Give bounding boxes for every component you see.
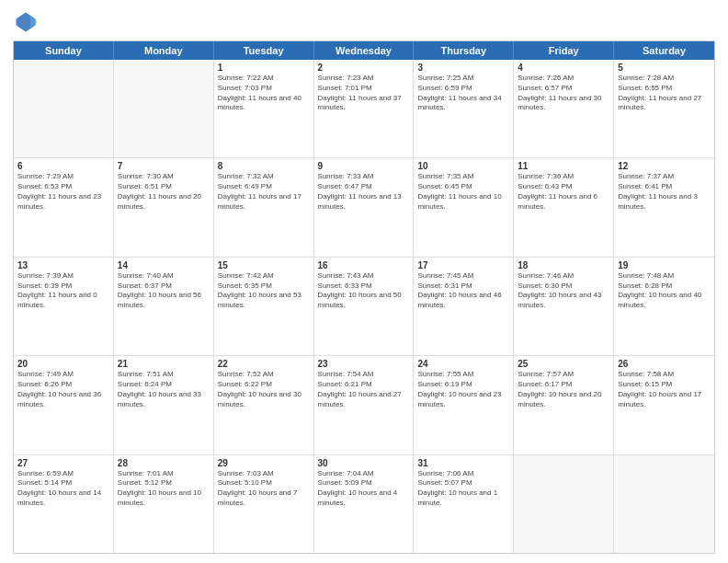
day-number: 13 xyxy=(17,260,109,270)
calendar-cell: 14Sunrise: 7:40 AMSunset: 6:37 PMDayligh… xyxy=(114,258,214,355)
calendar-cell: 16Sunrise: 7:43 AMSunset: 6:33 PMDayligh… xyxy=(314,258,415,355)
calendar-cell xyxy=(514,455,614,553)
cell-text: Sunrise: 7:39 AMSunset: 6:39 PMDaylight:… xyxy=(17,271,109,311)
svg-marker-1 xyxy=(30,16,37,29)
calendar-cell: 4Sunrise: 7:26 AMSunset: 6:57 PMDaylight… xyxy=(514,60,614,157)
cell-text: Sunrise: 7:45 AMSunset: 6:31 PMDaylight:… xyxy=(417,271,509,311)
calendar-cell: 3Sunrise: 7:25 AMSunset: 6:59 PMDaylight… xyxy=(414,60,514,157)
day-number: 6 xyxy=(17,161,109,171)
header-day-sunday: Sunday xyxy=(14,41,114,60)
cell-text: Sunrise: 6:59 AMSunset: 5:14 PMDaylight:… xyxy=(17,469,109,509)
calendar-cell: 2Sunrise: 7:23 AMSunset: 7:01 PMDaylight… xyxy=(314,60,415,157)
calendar-cell: 10Sunrise: 7:35 AMSunset: 6:45 PMDayligh… xyxy=(414,158,514,256)
cell-text: Sunrise: 7:25 AMSunset: 6:59 PMDaylight:… xyxy=(417,74,509,113)
day-number: 17 xyxy=(417,260,509,270)
cell-text: Sunrise: 7:30 AMSunset: 6:51 PMDaylight:… xyxy=(118,172,210,212)
cell-text: Sunrise: 7:46 AMSunset: 6:30 PMDaylight:… xyxy=(518,271,609,311)
cell-text: Sunrise: 7:04 AMSunset: 5:09 PMDaylight:… xyxy=(318,469,410,509)
calendar-cell: 5Sunrise: 7:28 AMSunset: 6:55 PMDaylight… xyxy=(614,60,714,157)
calendar-cell: 19Sunrise: 7:48 AMSunset: 6:28 PMDayligh… xyxy=(614,258,714,355)
day-number: 24 xyxy=(417,359,509,369)
day-number: 14 xyxy=(118,260,210,270)
day-number: 25 xyxy=(518,359,609,369)
calendar-cell: 23Sunrise: 7:54 AMSunset: 6:21 PMDayligh… xyxy=(314,356,415,454)
calendar-cell: 31Sunrise: 7:06 AMSunset: 5:07 PMDayligh… xyxy=(414,455,514,553)
cell-text: Sunrise: 7:40 AMSunset: 6:37 PMDaylight:… xyxy=(118,271,210,311)
cell-text: Sunrise: 7:29 AMSunset: 6:53 PMDaylight:… xyxy=(17,172,109,212)
cell-text: Sunrise: 7:26 AMSunset: 6:57 PMDaylight:… xyxy=(518,74,609,113)
calendar-cell: 18Sunrise: 7:46 AMSunset: 6:30 PMDayligh… xyxy=(514,258,614,355)
cell-text: Sunrise: 7:06 AMSunset: 5:07 PMDaylight:… xyxy=(417,469,509,509)
cell-text: Sunrise: 7:54 AMSunset: 6:21 PMDaylight:… xyxy=(318,370,410,409)
calendar-cell: 29Sunrise: 7:03 AMSunset: 5:10 PMDayligh… xyxy=(214,455,314,553)
cell-text: Sunrise: 7:37 AMSunset: 6:41 PMDaylight:… xyxy=(618,172,711,212)
cell-text: Sunrise: 7:51 AMSunset: 6:24 PMDaylight:… xyxy=(118,370,210,409)
day-number: 11 xyxy=(518,161,609,171)
day-number: 26 xyxy=(618,359,711,369)
calendar-cell: 30Sunrise: 7:04 AMSunset: 5:09 PMDayligh… xyxy=(314,455,415,553)
calendar-cell: 8Sunrise: 7:32 AMSunset: 6:49 PMDaylight… xyxy=(214,158,314,256)
calendar-row-0: 1Sunrise: 7:22 AMSunset: 7:03 PMDaylight… xyxy=(14,60,714,158)
calendar-cell: 1Sunrise: 7:22 AMSunset: 7:03 PMDaylight… xyxy=(214,60,314,157)
header-day-wednesday: Wednesday xyxy=(314,41,415,60)
logo xyxy=(13,9,42,35)
day-number: 8 xyxy=(218,161,310,171)
day-number: 7 xyxy=(118,161,210,171)
cell-text: Sunrise: 7:43 AMSunset: 6:33 PMDaylight:… xyxy=(318,271,410,311)
day-number: 1 xyxy=(218,63,310,73)
day-number: 15 xyxy=(218,260,310,270)
cell-text: Sunrise: 7:49 AMSunset: 6:26 PMDaylight:… xyxy=(17,370,109,409)
calendar-cell: 7Sunrise: 7:30 AMSunset: 6:51 PMDaylight… xyxy=(114,158,214,256)
cell-text: Sunrise: 7:42 AMSunset: 6:35 PMDaylight:… xyxy=(218,271,310,311)
day-number: 20 xyxy=(17,359,109,369)
day-number: 2 xyxy=(318,63,410,73)
cell-text: Sunrise: 7:22 AMSunset: 7:03 PMDaylight:… xyxy=(218,74,310,113)
calendar-header: SundayMondayTuesdayWednesdayThursdayFrid… xyxy=(14,41,714,60)
calendar-cell: 26Sunrise: 7:58 AMSunset: 6:15 PMDayligh… xyxy=(614,356,714,454)
calendar-cell: 28Sunrise: 7:01 AMSunset: 5:12 PMDayligh… xyxy=(114,455,214,553)
calendar-cell: 24Sunrise: 7:55 AMSunset: 6:19 PMDayligh… xyxy=(414,356,514,454)
logo-icon xyxy=(13,9,39,35)
cell-text: Sunrise: 7:36 AMSunset: 6:43 PMDaylight:… xyxy=(518,172,609,212)
calendar-cell xyxy=(14,60,114,157)
day-number: 31 xyxy=(417,458,509,468)
day-number: 10 xyxy=(417,161,509,171)
cell-text: Sunrise: 7:28 AMSunset: 6:55 PMDaylight:… xyxy=(618,74,711,113)
calendar-cell: 11Sunrise: 7:36 AMSunset: 6:43 PMDayligh… xyxy=(514,158,614,256)
calendar-row-1: 6Sunrise: 7:29 AMSunset: 6:53 PMDaylight… xyxy=(14,158,714,257)
cell-text: Sunrise: 7:55 AMSunset: 6:19 PMDaylight:… xyxy=(417,370,509,409)
cell-text: Sunrise: 7:23 AMSunset: 7:01 PMDaylight:… xyxy=(318,74,410,113)
day-number: 9 xyxy=(318,161,410,171)
calendar-row-3: 20Sunrise: 7:49 AMSunset: 6:26 PMDayligh… xyxy=(14,356,714,454)
calendar-cell: 15Sunrise: 7:42 AMSunset: 6:35 PMDayligh… xyxy=(214,258,314,355)
cell-text: Sunrise: 7:52 AMSunset: 6:22 PMDaylight:… xyxy=(218,370,310,409)
calendar-cell: 13Sunrise: 7:39 AMSunset: 6:39 PMDayligh… xyxy=(14,258,114,355)
cell-text: Sunrise: 7:58 AMSunset: 6:15 PMDaylight:… xyxy=(618,370,711,409)
day-number: 12 xyxy=(618,161,711,171)
calendar-cell: 17Sunrise: 7:45 AMSunset: 6:31 PMDayligh… xyxy=(414,258,514,355)
cell-text: Sunrise: 7:33 AMSunset: 6:47 PMDaylight:… xyxy=(318,172,410,212)
calendar-cell xyxy=(114,60,214,157)
header-day-monday: Monday xyxy=(114,41,214,60)
calendar-cell: 22Sunrise: 7:52 AMSunset: 6:22 PMDayligh… xyxy=(214,356,314,454)
header-day-friday: Friday xyxy=(514,41,614,60)
day-number: 19 xyxy=(618,260,711,270)
calendar-cell xyxy=(614,455,714,553)
calendar-body: 1Sunrise: 7:22 AMSunset: 7:03 PMDaylight… xyxy=(14,60,714,553)
header-day-tuesday: Tuesday xyxy=(214,41,314,60)
cell-text: Sunrise: 7:57 AMSunset: 6:17 PMDaylight:… xyxy=(518,370,609,409)
calendar: SundayMondayTuesdayWednesdayThursdayFrid… xyxy=(13,40,715,554)
day-number: 30 xyxy=(318,458,410,468)
day-number: 18 xyxy=(518,260,609,270)
calendar-cell: 21Sunrise: 7:51 AMSunset: 6:24 PMDayligh… xyxy=(114,356,214,454)
cell-text: Sunrise: 7:48 AMSunset: 6:28 PMDaylight:… xyxy=(618,271,711,311)
day-number: 23 xyxy=(318,359,410,369)
day-number: 29 xyxy=(218,458,310,468)
day-number: 28 xyxy=(118,458,210,468)
calendar-cell: 25Sunrise: 7:57 AMSunset: 6:17 PMDayligh… xyxy=(514,356,614,454)
cell-text: Sunrise: 7:32 AMSunset: 6:49 PMDaylight:… xyxy=(218,172,310,212)
day-number: 21 xyxy=(118,359,210,369)
day-number: 4 xyxy=(518,63,609,73)
day-number: 27 xyxy=(17,458,109,468)
day-number: 3 xyxy=(417,63,509,73)
